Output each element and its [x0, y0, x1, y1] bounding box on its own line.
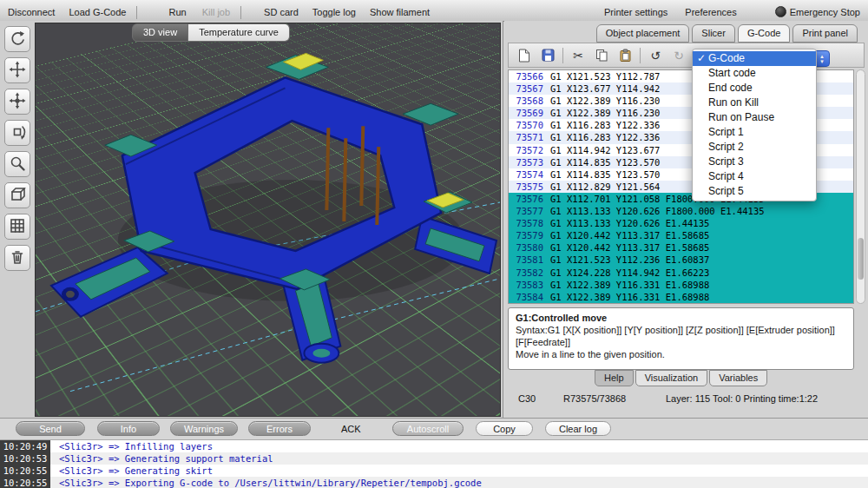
menu-item-start-code[interactable]: Start code: [693, 66, 816, 81]
gcode-line-selected[interactable]: 73582G1 X124.228 Y114.942 E1.66223: [509, 267, 853, 279]
gcode-line-selected[interactable]: 73581G1 X121.523 Y112.236 E1.60837: [509, 254, 853, 266]
gcode-text: G1 X122.389 Y116.331 E1.68988: [550, 291, 709, 303]
cut-button[interactable]: ✂: [569, 47, 587, 64]
preferences-button[interactable]: Preferences: [681, 7, 740, 21]
perspective-view-button[interactable]: [4, 182, 30, 208]
menu-item-script-5[interactable]: Script 5: [693, 184, 816, 199]
rotate-icon: [9, 30, 26, 49]
tab-variables[interactable]: Variables: [709, 370, 767, 386]
toggle-log-button[interactable]: Toggle log: [308, 7, 360, 21]
gcode-line-selected[interactable]: 73580G1 X120.442 Y113.317 E1.58685: [509, 241, 853, 254]
move-object-button[interactable]: [4, 57, 30, 83]
gcode-text: G1 X113.133 Y120.626 E1.44135: [550, 217, 709, 229]
log-entry: 10:20:55<Slic3r> => Generating skirt: [0, 465, 868, 477]
new-file-button[interactable]: [516, 47, 533, 64]
gcode-line-selected[interactable]: 73583G1 X122.389 Y116.331 E1.68988: [509, 279, 853, 291]
gcode-line-selected[interactable]: 73579G1 X120.442 Y113.317 E1.58685: [509, 229, 853, 241]
log-entry: 10:20:49<Slic3r> => Infilling layers: [0, 440, 868, 452]
toolbar-separator: [562, 48, 563, 63]
move-viewpoint-button[interactable]: [4, 89, 30, 115]
menu-item-gcode[interactable]: ✓G-Code: [693, 51, 816, 66]
pan-icon: [9, 92, 26, 111]
gcode-line-number: 73571: [509, 131, 550, 143]
status-progress: R73575/73868: [563, 393, 666, 404]
help-tabs: Help Visualization Variables: [595, 370, 769, 386]
viewport-toolstrip: [3, 26, 32, 271]
delete-object-button[interactable]: [4, 245, 30, 271]
gcode-text: G1 X121.523 Y112.787: [550, 70, 660, 82]
log-timestamp: 10:20:49: [0, 440, 50, 452]
tab-print-panel[interactable]: Print panel: [792, 24, 858, 43]
save-button[interactable]: [539, 47, 556, 64]
zoom-button[interactable]: [4, 151, 30, 177]
tab-gcode[interactable]: G-Code: [738, 24, 791, 43]
gcode-line-selected[interactable]: 73584G1 X122.389 Y116.331 E1.68988: [509, 291, 853, 303]
gcode-text: G1 X116.283 Y122.336: [550, 119, 660, 131]
gcode-line-number: 73582: [509, 267, 550, 279]
show-filament-button[interactable]: Show filament: [365, 7, 434, 21]
paste-button[interactable]: [616, 47, 634, 64]
undo-button[interactable]: ↺: [647, 47, 664, 64]
copy-button[interactable]: [593, 47, 610, 64]
run-button[interactable]: Run: [164, 7, 190, 21]
tab-visualization[interactable]: Visualization: [635, 370, 708, 386]
grid-icon: [9, 217, 26, 236]
rotate-view-button[interactable]: [4, 26, 30, 52]
gcode-text: G1 X116.283 Y122.336: [550, 131, 660, 143]
log-section: Send Info Warnings Errors ACK Autoscroll…: [0, 418, 868, 488]
menu-item-script-2[interactable]: Script 2: [693, 140, 816, 155]
3d-canvas[interactable]: [35, 23, 501, 417]
magnifier-icon: [9, 155, 26, 174]
load-gcode-button[interactable]: Load G-Code: [64, 7, 130, 21]
log-message: <Slic3r> => Generating skirt: [50, 465, 213, 477]
gcode-line-number: 73567: [509, 82, 550, 95]
rotate-object-icon: [9, 123, 26, 142]
gcode-line-number: 73579: [509, 229, 550, 241]
model-arm-left: [51, 247, 168, 317]
log-message: <Slic3r> => Exporting G-code to /Users/l…: [50, 477, 482, 488]
printer-settings-button[interactable]: Printer settings: [600, 7, 672, 21]
send-button[interactable]: Send: [16, 421, 85, 436]
menu-item-script-3[interactable]: Script 3: [693, 155, 816, 169]
info-filter-button[interactable]: Info: [97, 421, 160, 436]
help-title: G1:Controlled move: [516, 312, 846, 324]
gcode-text: G1 X122.389 Y116.230: [550, 95, 660, 107]
gcode-line-selected[interactable]: 73577G1 X113.133 Y120.626 F1800.000 E1.4…: [509, 205, 853, 217]
rotate-object-button[interactable]: [4, 120, 30, 146]
autoscroll-button[interactable]: Autoscroll: [392, 421, 464, 436]
sd-card-button[interactable]: SD card: [260, 7, 303, 21]
editor-scrollbar-thumb[interactable]: [858, 238, 864, 280]
tab-3d-view[interactable]: 3D view: [132, 23, 188, 42]
menu-item-script-4[interactable]: Script 4: [693, 169, 816, 184]
emergency-stop-button[interactable]: Emergency Stop: [771, 6, 865, 21]
tab-slicer[interactable]: Slicer: [692, 24, 735, 43]
menu-item-run-on-pause[interactable]: Run on Pause: [693, 110, 816, 125]
menu-item-run-on-kill[interactable]: Run on Kill: [693, 96, 816, 110]
show-grid-button[interactable]: [4, 214, 30, 240]
cube-icon: [9, 186, 26, 205]
printed-model: [36, 23, 500, 416]
tab-object-placement[interactable]: Object placement: [596, 24, 690, 43]
tab-help[interactable]: Help: [595, 370, 634, 386]
copy-button[interactable]: Copy: [476, 421, 533, 436]
editor-scrollbar[interactable]: [856, 69, 865, 304]
menu-item-script-1[interactable]: Script 1: [693, 125, 816, 140]
warnings-filter-button[interactable]: Warnings: [170, 421, 238, 436]
log-output[interactable]: 10:20:49<Slic3r> => Infilling layers 10:…: [0, 439, 868, 488]
gcode-text: G1 X112.829 Y121.564: [550, 181, 660, 193]
clear-log-button[interactable]: Clear log: [545, 421, 611, 436]
check-icon: ✓: [697, 51, 708, 66]
tab-temperature-curve[interactable]: Temperature curve: [188, 23, 290, 42]
gcode-line-number: 73573: [509, 156, 550, 168]
popup-arrows-icon: ▲▼: [819, 54, 825, 64]
gcode-text: G1 X122.389 Y116.331 E1.68988: [550, 279, 709, 291]
help-description: Move in a line to the given position.: [516, 348, 846, 360]
menu-item-end-code[interactable]: End code: [693, 81, 816, 96]
errors-filter-button[interactable]: Errors: [248, 421, 311, 436]
disconnect-button[interactable]: Disconnect: [3, 7, 59, 21]
main-toolbar: Disconnect Load G-Code Run Kill job SD c…: [0, 0, 868, 22]
gcode-type-menu: ✓G-Code Start code End code Run on Kill …: [692, 49, 817, 201]
gcode-line-number: 73581: [509, 254, 550, 266]
gcode-line-selected[interactable]: 73578G1 X113.133 Y120.626 E1.44135: [509, 217, 853, 229]
viewport-panel: 3D view Temperature curve: [0, 21, 503, 419]
